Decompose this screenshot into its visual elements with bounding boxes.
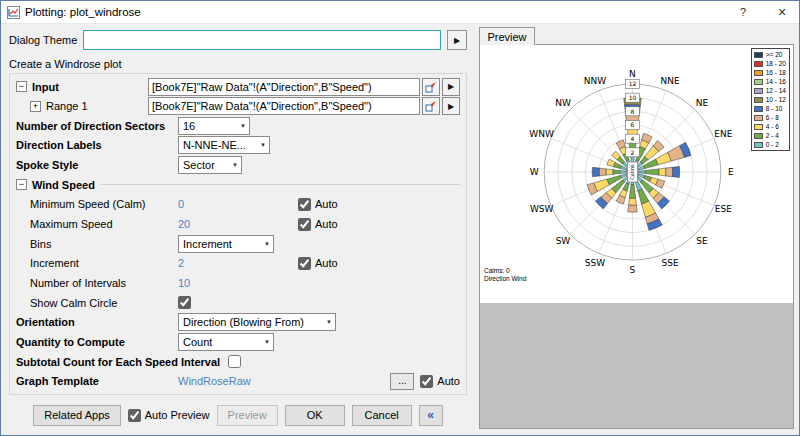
calms-text: Calms: 0 — [484, 267, 526, 275]
legend-item: 16 - 18 — [754, 68, 786, 77]
min-speed-value[interactable]: 0 — [178, 198, 298, 210]
range1-flyout-button[interactable]: ▶ — [442, 97, 460, 115]
footer-text: Direction Wind — [484, 275, 526, 283]
related-apps-button[interactable]: Related Apps — [33, 405, 120, 426]
legend-label: 12 - 14 — [766, 87, 786, 94]
preview-panel: NNNENEENEEESESESSESSSWSWWSWWWNWNWNNW2468… — [479, 44, 794, 429]
direction-labels-row: Direction Labels N-NNE-NE... ▼ — [16, 136, 460, 155]
bins-value: Increment — [183, 238, 232, 250]
max-speed-value[interactable]: 20 — [178, 218, 298, 230]
intervals-value: 10 — [178, 277, 298, 289]
quantity-label: Quantity to Compute — [16, 336, 125, 348]
svg-text:WSW: WSW — [530, 205, 554, 215]
collapse-dialog-button[interactable]: « — [419, 405, 443, 426]
template-auto-checkbox[interactable] — [420, 375, 433, 388]
legend-item: 14 - 16 — [754, 77, 786, 86]
ok-button[interactable]: OK — [285, 405, 345, 426]
expand-range1-icon[interactable]: + — [30, 101, 41, 112]
svg-text:W: W — [530, 167, 539, 177]
direction-labels-dropdown[interactable]: N-NNE-NE... ▼ — [178, 136, 270, 154]
subtotal-checkbox[interactable] — [228, 355, 241, 368]
chevron-down-icon: ▼ — [264, 339, 270, 345]
legend-swatch-icon — [754, 97, 763, 103]
bins-dropdown[interactable]: Increment ▼ — [178, 235, 274, 253]
dialog-description: Create a Windrose plot — [9, 55, 467, 73]
graph-template-row: Graph Template WindRoseRaw ... Auto — [16, 372, 460, 391]
increment-auto-checkbox[interactable] — [298, 257, 311, 270]
legend-swatch-icon — [754, 70, 763, 76]
legend-label: 16 - 18 — [766, 69, 786, 76]
min-speed-auto-label: Auto — [315, 198, 338, 210]
svg-text:Calms: Calms — [629, 164, 635, 180]
sectors-row: Number of Direction Sectors 16 ▼ — [16, 116, 460, 135]
input-label: Input — [32, 81, 59, 93]
help-button[interactable]: ? — [726, 1, 760, 23]
svg-text:6: 6 — [631, 121, 635, 128]
chart-legend: >= 2018 - 2016 - 1814 - 1612 - 1410 - 12… — [751, 48, 790, 151]
chevron-down-icon: ▼ — [260, 142, 266, 148]
options-column: Dialog Theme ▶ Create a Windrose plot − … — [1, 24, 475, 435]
input-flyout-button[interactable]: ▶ — [442, 78, 460, 96]
max-speed-label: Maximum Speed — [30, 218, 113, 230]
svg-text:SE: SE — [696, 236, 708, 246]
legend-swatch-icon — [754, 124, 763, 130]
legend-item: 4 - 6 — [754, 122, 786, 131]
svg-text:N: N — [629, 69, 636, 79]
dialog-theme-input[interactable] — [83, 30, 441, 50]
template-browse-button[interactable]: ... — [390, 373, 414, 390]
svg-text:ENE: ENE — [714, 130, 732, 140]
svg-text:SSE: SSE — [662, 258, 679, 268]
close-button[interactable]: ✕ — [765, 1, 799, 23]
svg-text:NNE: NNE — [661, 76, 680, 86]
orientation-label: Orientation — [16, 316, 75, 328]
min-speed-row: Minimum Speed (Calm) 0 Auto — [16, 195, 460, 214]
tab-preview[interactable]: Preview — [479, 27, 535, 45]
dialog-button-bar: Related Apps Auto Preview Preview OK Can… — [9, 395, 467, 430]
input-range-field[interactable] — [148, 78, 420, 96]
calm-circle-checkbox[interactable] — [178, 296, 191, 309]
svg-text:2: 2 — [631, 149, 635, 156]
theme-flyout-button[interactable]: ▶ — [447, 30, 467, 50]
preview-column: Preview NNNENEENEEESESESSESSSWSWWSWWWNWN… — [475, 24, 799, 435]
svg-text:NE: NE — [696, 98, 709, 108]
legend-swatch-icon — [754, 79, 763, 85]
cancel-button[interactable]: Cancel — [352, 405, 412, 426]
wind-speed-label: Wind Speed — [32, 179, 95, 191]
spoke-style-dropdown[interactable]: Sector ▼ — [178, 156, 242, 174]
options-panel: − Input ▶ — [9, 73, 467, 395]
sectors-dropdown[interactable]: 16 ▼ — [178, 117, 250, 135]
legend-swatch-icon — [754, 88, 763, 94]
max-speed-auto-checkbox[interactable] — [298, 218, 311, 231]
chevron-down-icon: ▼ — [232, 162, 238, 168]
range1-range-select-button[interactable] — [422, 97, 440, 115]
windrose-chart: NNNENEENEEESESESSESSSWSWWSWWWNWNWNNW2468… — [480, 45, 793, 303]
increment-row: Increment 2 Auto — [16, 254, 460, 273]
preview-button[interactable]: Preview — [217, 405, 278, 426]
max-speed-row: Maximum Speed 20 Auto — [16, 215, 460, 234]
spoke-style-row: Spoke Style Sector ▼ — [16, 156, 460, 175]
graph-template-link[interactable]: WindRoseRaw — [178, 375, 251, 387]
legend-item: 0 - 2 — [754, 140, 786, 149]
increment-label: Increment — [30, 257, 79, 269]
min-speed-auto-checkbox[interactable] — [298, 198, 311, 211]
orientation-dropdown[interactable]: Direction (Blowing From) ▼ — [178, 313, 336, 331]
input-range-select-button[interactable] — [422, 78, 440, 96]
svg-text:E: E — [728, 167, 734, 177]
legend-label: 18 - 20 — [766, 60, 786, 67]
spoke-style-value: Sector — [183, 159, 215, 171]
min-speed-label: Minimum Speed (Calm) — [30, 198, 146, 210]
auto-preview-checkbox[interactable] — [128, 409, 141, 422]
collapse-input-icon[interactable]: − — [16, 81, 27, 92]
range1-field[interactable] — [148, 97, 420, 115]
increment-value[interactable]: 2 — [178, 257, 298, 269]
legend-item: 6 - 8 — [754, 113, 786, 122]
input-row: − Input ▶ — [16, 77, 460, 96]
collapse-wind-speed-icon[interactable]: − — [16, 179, 27, 190]
svg-text:NW: NW — [555, 98, 571, 108]
window-title: Plotting: plot_windrose — [25, 6, 141, 18]
plotting-dialog-window: Plotting: plot_windrose ? ✕ Dialog Theme… — [0, 0, 800, 436]
range-selector-icon — [425, 81, 437, 93]
legend-label: 10 - 12 — [766, 96, 786, 103]
chevron-down-icon: ▼ — [240, 123, 246, 129]
quantity-dropdown[interactable]: Count ▼ — [178, 333, 274, 351]
